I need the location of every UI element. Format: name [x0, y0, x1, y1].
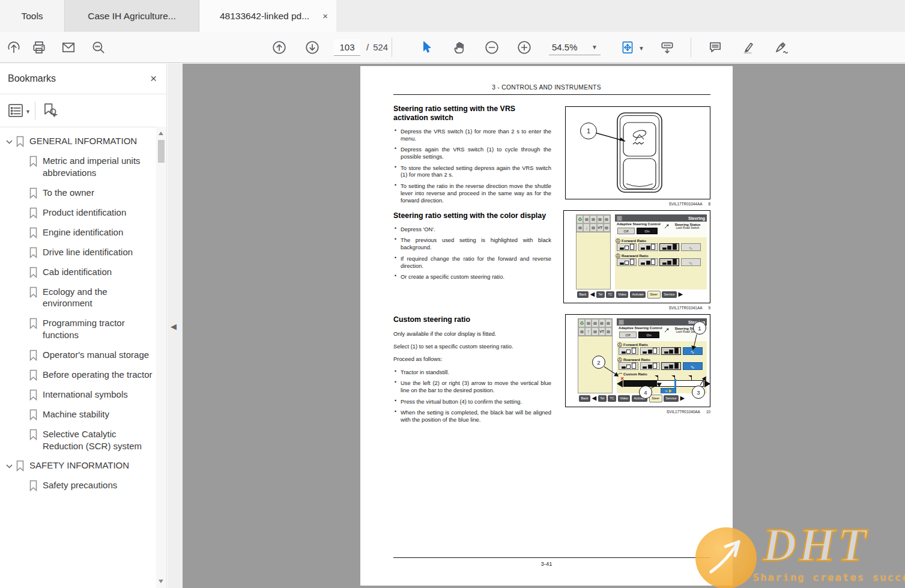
- sidebar-scrollbar[interactable]: [156, 127, 166, 588]
- bullet-item: Use the left (2) or right (3) arrow to m…: [394, 380, 551, 394]
- chevron-down-icon[interactable]: [5, 462, 13, 470]
- bookmark-icon: [29, 267, 38, 278]
- bookmark-label[interactable]: Product identification: [43, 207, 126, 219]
- bookmark-item[interactable]: Before operating the tractor: [5, 369, 156, 381]
- document-viewport[interactable]: 3 - CONTROLS AND INSTRUMENTS Steering ra…: [183, 64, 905, 588]
- screen-nav-right-icon: ▶: [680, 395, 685, 401]
- bookmark-icon: [29, 389, 38, 401]
- bullet-item: Depress 'ON'.: [394, 226, 551, 233]
- bookmark-item[interactable]: Operator's manual storage: [5, 349, 156, 361]
- chevron-down-icon[interactable]: [5, 138, 13, 146]
- zoom-level-dropdown[interactable]: 54.5% ▼: [549, 39, 601, 55]
- tab-document-2-active[interactable]: 48133642-linked pd... ×: [199, 0, 336, 32]
- bookmark-item[interactable]: Cab identification: [5, 266, 156, 278]
- bookmark-label[interactable]: Engine identification: [43, 226, 123, 238]
- custom-ratio-button: ∿: [681, 258, 701, 266]
- page-display-button[interactable]: [620, 40, 635, 55]
- bullet-item: Press the virtual button (4) to confirm …: [394, 398, 551, 405]
- screen-nav-tel: Tel: [596, 291, 605, 298]
- close-panel-icon[interactable]: ×: [150, 72, 157, 85]
- bookmark-icon: [16, 136, 25, 147]
- scrollbar-down-icon[interactable]: [159, 580, 163, 583]
- adaptive-label: Adaptive Steering Control: [617, 222, 661, 226]
- bookmark-label[interactable]: Machine stability: [43, 408, 109, 420]
- select-tool-button[interactable]: [419, 40, 435, 55]
- bookmark-item[interactable]: Engine identification: [5, 226, 156, 238]
- find-current-bookmark-icon[interactable]: [41, 102, 59, 120]
- tab-tools[interactable]: Tools: [0, 0, 65, 32]
- bookmark-label[interactable]: SAFETY INFORMATION: [29, 459, 129, 471]
- bookmark-label[interactable]: Ecology and the environment: [43, 286, 154, 310]
- panel-splitter[interactable]: ◀: [168, 64, 183, 588]
- bookmark-tree: GENERAL INFORMATIONMetric and imperial u…: [0, 127, 156, 588]
- fill-sign-button[interactable]: [773, 40, 789, 55]
- bookmark-label[interactable]: To the owner: [43, 187, 94, 199]
- save-upload-button[interactable]: [6, 40, 22, 55]
- previous-page-button[interactable]: [271, 40, 287, 55]
- highlight-button[interactable]: [740, 40, 755, 55]
- figure-code: SVIL17TR01041AA: [669, 306, 703, 310]
- bookmark-item[interactable]: Ecology and the environment: [5, 286, 156, 310]
- bar-black-fill: [624, 381, 657, 386]
- figure-vrs-switch: 1: [565, 106, 710, 199]
- bookmark-label[interactable]: Metric and imperial units abbreviations: [43, 155, 154, 179]
- zoom-out-button[interactable]: [484, 40, 500, 55]
- next-page-button[interactable]: [304, 40, 320, 55]
- bookmark-label[interactable]: Operator's manual storage: [43, 349, 149, 361]
- bookmark-item[interactable]: Programming tractor functions: [5, 317, 156, 341]
- section-custom-ratio: Custom steering ratio Only available if …: [393, 315, 551, 427]
- zoom-in-button[interactable]: [516, 40, 532, 55]
- tab-document-1[interactable]: Case IH Agriculture...: [65, 0, 199, 32]
- recycle-icon: ♻: [578, 319, 585, 327]
- hand-tool-button[interactable]: [452, 40, 467, 55]
- scrollbar-thumb[interactable]: [158, 140, 165, 163]
- bookmark-icon: [29, 156, 38, 167]
- find-button[interactable]: [91, 40, 106, 55]
- bookmark-label[interactable]: International symbols: [43, 389, 128, 401]
- email-button[interactable]: [61, 40, 76, 55]
- screen-title: Steering: [688, 216, 705, 220]
- bookmark-item[interactable]: Metric and imperial units abbreviations: [5, 155, 156, 179]
- comment-button[interactable]: [707, 40, 723, 55]
- screen-nav-back: Back: [579, 395, 590, 402]
- forward-ratio-buttons: ∿: [617, 243, 701, 251]
- bookmark-item[interactable]: Machine stability: [5, 408, 156, 420]
- bookmark-icon: [29, 350, 38, 361]
- bookmark-label[interactable]: Before operating the tractor: [43, 369, 153, 381]
- collapse-panel-icon[interactable]: ◀: [171, 322, 177, 331]
- chevron-down-icon[interactable]: ▼: [638, 45, 644, 52]
- page-number-input[interactable]: 103: [334, 39, 360, 56]
- lock-road-switch-icon: [664, 223, 670, 229]
- bookmark-item[interactable]: SAFETY INFORMATION: [5, 459, 156, 471]
- chevron-down-icon[interactable]: ▼: [25, 109, 31, 115]
- print-button[interactable]: [31, 40, 47, 55]
- bookmark-item[interactable]: Selective Catalytic Reduction (SCR) syst…: [5, 428, 156, 452]
- bookmark-item[interactable]: International symbols: [5, 389, 156, 401]
- bookmark-label[interactable]: Programming tractor functions: [43, 317, 154, 341]
- bookmark-label[interactable]: Selective Catalytic Reduction (SCR) syst…: [43, 428, 154, 452]
- bookmark-label[interactable]: Cab identification: [43, 266, 112, 278]
- bookmark-item[interactable]: Drive line identification: [5, 246, 156, 258]
- bookmark-options-icon[interactable]: [7, 103, 24, 118]
- bookmark-item[interactable]: Safety precautions: [5, 479, 156, 491]
- recycle-icon: ♻: [577, 215, 583, 223]
- bookmark-label[interactable]: GENERAL INFORMATION: [29, 135, 137, 147]
- tab-bar: Tools Case IH Agriculture... 48133642-li…: [0, 0, 905, 32]
- bullet-list: Tractor in standstill.Use the left (2) o…: [394, 369, 551, 423]
- screen-nav-right-icon: ▶: [679, 291, 683, 297]
- bookmark-label[interactable]: Safety precautions: [43, 479, 117, 491]
- figure-number: 9: [708, 306, 710, 310]
- ratio-level-3-button: [661, 362, 681, 370]
- select-cursor-icon: [419, 40, 435, 55]
- bullet-item: The previous used setting is highlighted…: [394, 237, 551, 251]
- bookmark-item[interactable]: To the owner: [5, 187, 156, 199]
- close-tab-icon[interactable]: ×: [322, 11, 328, 21]
- figure-number: 10: [706, 410, 710, 414]
- figure-custom-ratio: ♻ ↑ VT Steering: [565, 314, 710, 407]
- bookmark-item[interactable]: Product identification: [5, 207, 156, 219]
- scrollbar-up-icon[interactable]: [159, 132, 163, 135]
- paragraph-group: Only available if the color display is f…: [393, 330, 551, 362]
- read-mode-button[interactable]: [659, 40, 675, 55]
- bookmark-label[interactable]: Drive line identification: [43, 246, 133, 258]
- bookmark-item[interactable]: GENERAL INFORMATION: [5, 135, 156, 147]
